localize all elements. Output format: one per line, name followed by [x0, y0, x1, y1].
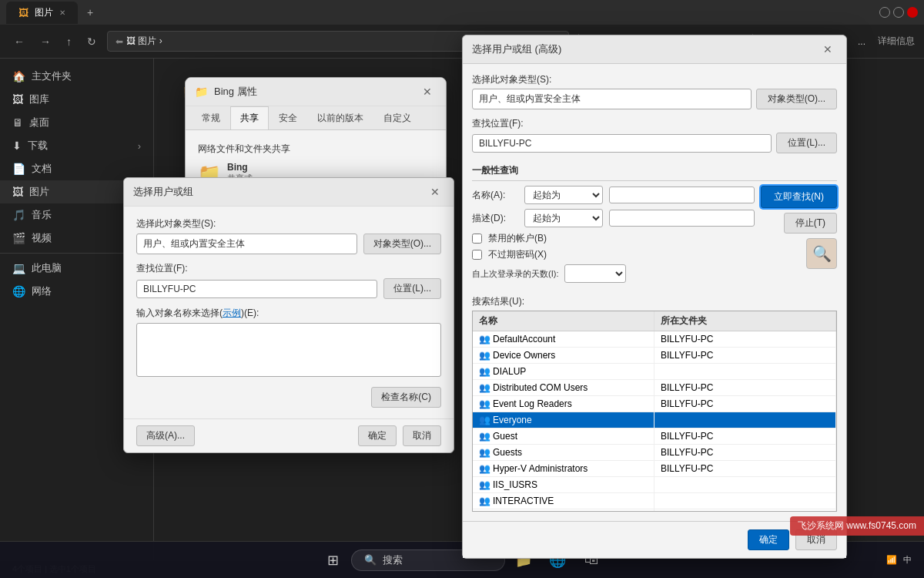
sidebar-item-desktop[interactable]: 🖥 桌面	[0, 111, 153, 134]
bing-dialog-tabs: 常规 共享 安全 以前的版本 自定义	[186, 106, 446, 130]
sidebar-item-gallery[interactable]: 🖼 图库	[0, 88, 153, 111]
adv-noexpire-checkbox[interactable]	[472, 250, 482, 260]
maximize-btn[interactable]	[893, 7, 904, 18]
close-btn[interactable]	[907, 7, 918, 18]
network-icon: 🌐	[12, 285, 25, 297]
adv-result-folder: BILLYFU-PC	[654, 380, 836, 395]
select-user-body: 选择此对象类型(S): 用户、组或内置安全主体 对象类型(O)... 查找位置(…	[124, 207, 454, 418]
adv-result-row[interactable]: 👥Hyper-V AdministratorsBILLYFU-PC	[473, 461, 836, 477]
adv-location-btn[interactable]: 位置(L)...	[776, 133, 837, 153]
adv-desc-label: 描述(D):	[472, 212, 518, 225]
adv-close-btn[interactable]: ✕	[819, 42, 837, 57]
adv-result-row[interactable]: 👥Everyone	[473, 412, 836, 428]
adv-result-row[interactable]: 👥DIALUP	[473, 364, 836, 380]
new-tab-btn[interactable]: +	[81, 2, 99, 23]
adv-result-folder: BILLYFU-PC	[654, 396, 836, 412]
tab-close-btn[interactable]: ✕	[59, 8, 65, 17]
adv-name-input[interactable]	[609, 187, 755, 203]
title-bar: 🖼 图片 ✕ +	[0, 0, 924, 25]
check-names-btn[interactable]: 检查名称(C)	[371, 387, 441, 408]
adv-disabled-label: 禁用的帐户(B)	[488, 232, 547, 245]
adv-general-query-header: 一般性查询	[472, 164, 837, 181]
sidebar-label-pictures: 图片	[29, 185, 49, 199]
adv-desc-input[interactable]	[609, 210, 755, 227]
dialog-select-user: 选择用户或组 ✕ 选择此对象类型(S): 用户、组或内置安全主体 对象类型(O)…	[123, 177, 454, 453]
adv-result-row[interactable]: 👥Distributed COM UsersBILLYFU-PC	[473, 380, 836, 396]
object-type-value: 用户、组或内置安全主体	[136, 234, 357, 254]
user-group-icon: 👥	[479, 431, 490, 442]
start-btn[interactable]: ⊞	[317, 545, 348, 576]
adv-result-row[interactable]: 👥GuestBILLYFU-PC	[473, 428, 836, 445]
adv-result-name: 👥IIS_IUSRS	[473, 477, 654, 492]
object-type-btn[interactable]: 对象类型(O)...	[363, 234, 441, 254]
adv-desc-filter[interactable]: 起始为	[524, 209, 603, 227]
adv-title: 选择用户或组 (高级)	[472, 42, 812, 56]
adv-ok-btn[interactable]: 确定	[748, 529, 789, 550]
adv-noexpire-label: 不过期密码(X)	[488, 248, 547, 261]
up-btn[interactable]: ↑	[62, 32, 76, 51]
su-cancel-btn[interactable]: 取消	[403, 425, 441, 446]
location-btn[interactable]: 位置(L)...	[383, 278, 441, 299]
adv-disabled-checkbox[interactable]	[472, 234, 482, 244]
section-title: 网络文件和文件夹共享	[198, 143, 434, 156]
adv-result-row[interactable]: 👥Event Log ReadersBILLYFU-PC	[473, 396, 836, 412]
user-group-icon: 👥	[479, 366, 490, 377]
adv-object-type-btn[interactable]: 对象类型(O)...	[756, 89, 837, 109]
object-name-input[interactable]	[136, 323, 441, 377]
home-icon: 🏠	[12, 70, 25, 82]
adv-result-row[interactable]: 👥Device OwnersBILLYFU-PC	[473, 348, 836, 364]
breadcrumb-path: 🖼 图片 ›	[126, 35, 162, 48]
adv-result-row[interactable]: 👥INTERACTIVE	[473, 493, 836, 509]
result-name-text: Distributed COM Users	[493, 382, 588, 393]
adv-desc-row: 描述(D): 起始为	[472, 209, 755, 227]
adv-result-row[interactable]: 👥GuestsBILLYFU-PC	[473, 445, 836, 461]
sidebar-item-downloads[interactable]: ⬇ 下载 ›	[0, 134, 153, 157]
result-name-text: Guests	[493, 447, 522, 458]
user-group-icon: 👥	[479, 447, 490, 458]
adv-stop-btn[interactable]: 停止(T)	[784, 213, 837, 234]
documents-icon: 📄	[12, 163, 25, 175]
adv-find-btn[interactable]: 立即查找(N)	[761, 186, 837, 208]
downloads-icon: ⬇	[12, 139, 22, 152]
sidebar-item-home[interactable]: 🏠 主文件夹	[0, 65, 153, 88]
tab-security[interactable]: 安全	[269, 106, 307, 129]
adv-result-row[interactable]: 👥IUSR	[473, 509, 836, 512]
tab-custom[interactable]: 自定义	[373, 106, 421, 129]
advanced-btn[interactable]: 高级(A)...	[136, 425, 195, 446]
input-label: 输入对象名称来选择(示例)(E):	[136, 307, 441, 320]
active-tab[interactable]: 🖼 图片 ✕	[6, 2, 78, 24]
adv-days-select[interactable]	[564, 264, 626, 283]
user-group-icon: 👥	[479, 382, 490, 393]
taskbar-right: 📶 中	[886, 554, 912, 566]
tab-share[interactable]: 共享	[230, 106, 269, 129]
refresh-btn[interactable]: ↻	[82, 32, 101, 51]
tab-previous[interactable]: 以前的版本	[307, 106, 373, 129]
bing-dialog-title: Bing 属性	[214, 85, 412, 99]
bing-dialog-close[interactable]: ✕	[418, 84, 437, 99]
more-btn[interactable]: ...	[852, 33, 872, 50]
sidebar-label-documents: 文档	[32, 162, 52, 176]
sidebar-label-desktop: 桌面	[29, 116, 49, 129]
file-name-display: Bing	[227, 162, 253, 173]
details-btn[interactable]: 详细信息	[878, 35, 915, 48]
forward-btn[interactable]: →	[35, 32, 55, 51]
adv-object-type-value: 用户、组或内置安全主体	[472, 89, 752, 109]
result-name-text: Everyone	[493, 415, 532, 425]
user-group-icon: 👥	[479, 398, 490, 409]
adv-name-filter[interactable]: 起始为	[524, 186, 603, 204]
window-controls	[879, 7, 918, 18]
adv-result-row[interactable]: 👥IIS_IUSRS	[473, 477, 836, 493]
su-ok-btn[interactable]: 确定	[358, 425, 397, 446]
adv-results-table[interactable]: 名称 所在文件夹 👥DefaultAccountBILLYFU-PC👥Devic…	[472, 311, 837, 512]
select-user-title-bar: 选择用户或组 ✕	[124, 178, 454, 207]
sidebar-label-thispc: 此电脑	[32, 261, 62, 275]
minimize-btn[interactable]	[879, 7, 890, 18]
adv-result-name: 👥Guests	[473, 445, 654, 460]
search-placeholder: 搜索	[383, 553, 403, 567]
adv-body: 选择此对象类型(S): 用户、组或内置安全主体 对象类型(O)... 查找位置(…	[463, 64, 846, 521]
tab-general[interactable]: 常规	[192, 106, 230, 129]
search-icon: 🔍	[364, 554, 377, 566]
back-btn[interactable]: ←	[9, 32, 29, 51]
select-user-close[interactable]: ✕	[426, 184, 444, 200]
adv-result-row[interactable]: 👥DefaultAccountBILLYFU-PC	[473, 331, 836, 348]
